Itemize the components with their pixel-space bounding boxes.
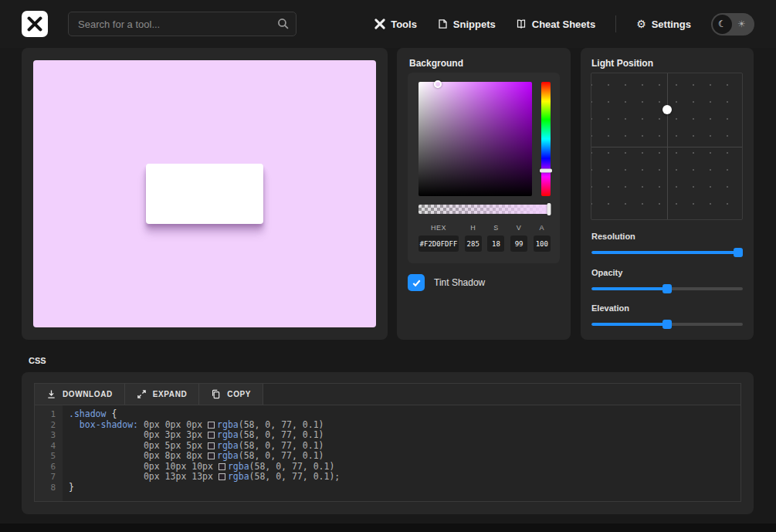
elevation-slider[interactable] — [591, 319, 743, 330]
search-box — [68, 12, 297, 36]
hue-field: H 285 — [465, 224, 482, 252]
tint-shadow-label: Tint Shadow — [434, 277, 485, 288]
line-number: 6 — [35, 462, 63, 473]
slider-handle[interactable] — [734, 248, 743, 257]
download-button[interactable]: DOWNLOAD — [35, 384, 125, 405]
preview-panel — [22, 48, 388, 340]
nav-item-cheat-sheets[interactable]: Cheat Sheets — [516, 19, 595, 30]
value-field: V 99 — [510, 224, 527, 252]
hex-field-label: HEX — [431, 224, 446, 232]
download-icon — [46, 389, 56, 399]
settings-icon: ⚙ — [636, 19, 646, 29]
shadow-generator-app: Tools Snippets Cheat Sheets ⚙ Settings — [0, 0, 776, 532]
moon-icon: ☾ — [718, 19, 727, 29]
sun-icon: ☀ — [737, 19, 746, 29]
slider-fill — [591, 287, 667, 290]
line-number: 5 — [35, 451, 63, 462]
picker-cursor[interactable] — [434, 80, 442, 88]
alpha-field-label: A — [540, 224, 545, 232]
main-nav: Tools Snippets Cheat Sheets ⚙ Settings — [374, 13, 754, 36]
copy-button[interactable]: COPY — [199, 384, 263, 405]
shadow-preview-box — [146, 164, 263, 224]
nav-item-label: Settings — [652, 19, 691, 30]
saturation-field-value[interactable]: 18 — [487, 236, 504, 252]
nav-item-label: Cheat Sheets — [532, 19, 595, 30]
alpha-field-value[interactable]: 100 — [534, 236, 551, 252]
line-number: 4 — [35, 441, 63, 452]
code-line: 0px 3px 3px rgba(58, 0, 77, 0.1) — [69, 430, 734, 441]
line-number: 2 — [35, 420, 63, 431]
nav-item-settings[interactable]: ⚙ Settings — [636, 19, 691, 30]
tint-shadow-row: Tint Shadow — [408, 274, 485, 291]
value-field-value[interactable]: 99 — [510, 236, 527, 252]
resolution-label: Resolution — [591, 232, 635, 241]
color-picker: HEX #F2D0FDFF H 285 S 18 V 99 A 100 — [408, 73, 560, 263]
checkbox-check-icon — [412, 278, 422, 288]
search-icon — [277, 18, 289, 29]
hex-field: HEX #F2D0FDFF — [418, 224, 459, 252]
hue-field-value[interactable]: 285 — [465, 236, 482, 252]
color-swatch — [208, 432, 215, 439]
light-panel-title: Light Position — [591, 58, 653, 69]
color-swatch — [219, 463, 225, 470]
code-line: } — [69, 483, 734, 493]
color-swatch — [208, 452, 215, 459]
theme-toggle-knob: ☾ — [713, 15, 732, 34]
tools-icon — [374, 19, 385, 29]
color-swatch — [208, 442, 215, 449]
hue-field-label: H — [470, 224, 476, 232]
code-lines: .shadow { box-shadow: 0px 0px 0px rgba(5… — [63, 405, 740, 501]
slider-handle[interactable] — [662, 284, 672, 293]
nav-item-tools[interactable]: Tools — [374, 19, 417, 30]
slider-handle[interactable] — [662, 320, 672, 329]
search-input[interactable] — [68, 12, 297, 36]
expand-button-label: EXPAND — [153, 390, 188, 398]
alpha-handle[interactable] — [547, 203, 551, 215]
copy-icon — [211, 389, 221, 399]
code-block: DOWNLOAD EXPAND COPY 12345678 — [34, 383, 741, 502]
alpha-slider[interactable] — [418, 205, 551, 214]
color-swatch — [219, 473, 225, 480]
theme-toggle[interactable]: ☾ ☀ — [711, 13, 754, 36]
tint-shadow-checkbox[interactable] — [408, 274, 425, 291]
line-number: 1 — [35, 409, 63, 420]
code-toolbar: DOWNLOAD EXPAND COPY — [35, 384, 740, 405]
hue-handle[interactable] — [540, 169, 552, 173]
alpha-field: A 100 — [534, 224, 551, 252]
light-knob[interactable] — [662, 105, 672, 114]
nav-item-snippets[interactable]: Snippets — [437, 19, 496, 30]
background-panel-title: Background — [409, 58, 463, 69]
cheat-sheets-icon — [516, 19, 527, 29]
slider-track — [591, 251, 743, 254]
line-number: 7 — [35, 472, 63, 483]
nav-divider — [615, 15, 616, 32]
color-fields: HEX #F2D0FDFF H 285 S 18 V 99 A 100 — [418, 224, 551, 252]
logo[interactable] — [22, 11, 48, 37]
preview-surface — [33, 60, 376, 327]
light-position-panel: Light Position Resolution Opacity Elevat… — [581, 48, 754, 340]
footer-strip — [0, 524, 776, 532]
saturation-value-area[interactable] — [418, 82, 532, 196]
opacity-slider[interactable] — [591, 283, 743, 294]
logo-icon — [27, 16, 42, 32]
light-position-pad[interactable] — [591, 73, 743, 220]
hex-field-value[interactable]: #F2D0FDFF — [418, 236, 459, 252]
code-line: 0px 13px 13px rgba(58, 0, 77, 0.1); — [69, 472, 734, 483]
value-field-label: V — [517, 224, 522, 232]
background-panel: Background HEX #F2D0FDFF H 285 — [397, 48, 571, 340]
slider-fill — [591, 251, 738, 254]
saturation-field-label: S — [493, 224, 499, 232]
code-line: 0px 5px 5px rgba(58, 0, 77, 0.1) — [69, 441, 734, 452]
pad-horizontal-axis — [591, 147, 742, 147]
expand-button[interactable]: EXPAND — [125, 384, 200, 405]
snippets-icon — [437, 19, 448, 29]
resolution-slider[interactable] — [591, 247, 743, 258]
css-output-panel: DOWNLOAD EXPAND COPY 12345678 — [22, 372, 754, 514]
color-swatch — [208, 422, 215, 429]
line-number: 3 — [35, 430, 63, 441]
nav-item-label: Tools — [391, 19, 417, 30]
expand-icon — [137, 389, 147, 399]
hue-slider[interactable] — [541, 82, 551, 196]
elevation-label: Elevation — [591, 303, 629, 313]
opacity-label: Opacity — [591, 268, 622, 277]
